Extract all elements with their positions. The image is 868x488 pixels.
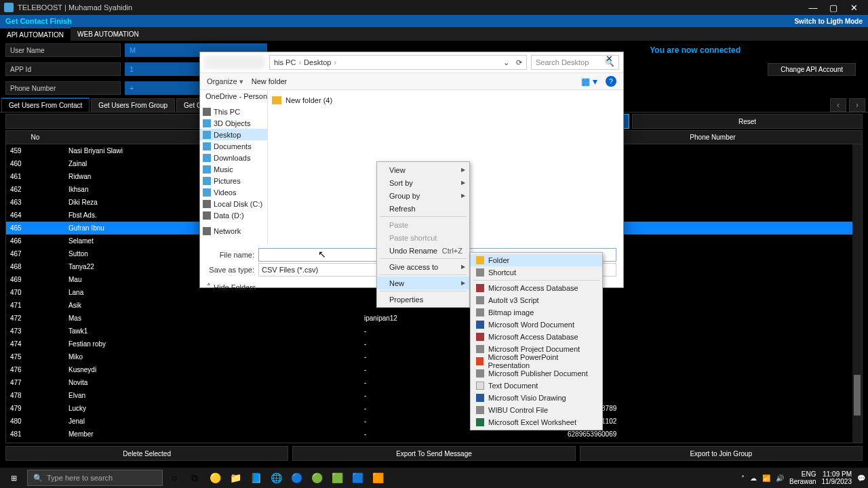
tree-3d[interactable]: 3D Objects xyxy=(214,119,250,127)
tray-date[interactable]: 11/9/2023 xyxy=(822,478,852,485)
crumb-pc[interactable]: his PC xyxy=(274,58,296,66)
table-row[interactable]: 480Jenal-6285786091102 xyxy=(6,415,862,428)
nav-next[interactable]: › xyxy=(849,98,865,112)
new-word[interactable]: Microsoft Word Document xyxy=(471,319,602,331)
tree-videos[interactable]: Videos xyxy=(214,188,236,197)
cortana-icon[interactable]: ○ xyxy=(165,469,183,487)
col-no: No xyxy=(6,134,64,141)
close-button[interactable]: ✕ xyxy=(844,3,864,13)
maximize-button[interactable]: ▢ xyxy=(823,3,844,13)
table-row[interactable]: 476Kusneydi- xyxy=(6,363,862,376)
new-publisher[interactable]: Microsoft Publisher Document xyxy=(471,367,602,380)
app-icon-6[interactable]: 🟦 xyxy=(349,469,366,487)
chrome-icon[interactable]: 🌐 xyxy=(267,469,285,487)
folder-item[interactable]: New folder (4) xyxy=(272,94,619,106)
table-row[interactable]: 479Lucky-6285145638789 xyxy=(6,402,862,415)
table-scrollbar[interactable] xyxy=(852,144,862,443)
new-wibu[interactable]: WIBU Control File xyxy=(471,404,602,416)
tree-datad[interactable]: Data (D:) xyxy=(214,211,244,220)
new-folder[interactable]: Folder xyxy=(471,254,602,266)
explorer-icon[interactable]: 📁 xyxy=(226,469,244,487)
new-excel[interactable]: Microsoft Excel Worksheet xyxy=(471,416,602,428)
delete-selected-button[interactable]: Delete Selected xyxy=(5,446,288,461)
app-icon-3[interactable]: 🔵 xyxy=(288,469,305,487)
tray-onedrive-icon[interactable]: ☁ xyxy=(750,474,757,482)
menu-sort[interactable]: Sort by▶ xyxy=(377,176,469,189)
tree-documents[interactable]: Documents xyxy=(214,142,252,150)
app-icon-5[interactable]: 🟩 xyxy=(328,469,346,487)
table-row[interactable]: 481Member-6289653960069 xyxy=(6,428,862,441)
view-options-icon[interactable]: ▦ ▾ xyxy=(581,76,597,87)
tree-desktop[interactable]: Desktop xyxy=(214,131,241,139)
nav-api[interactable]: API AUTOMATION xyxy=(0,27,71,41)
notifications-icon[interactable]: 💬 xyxy=(857,474,865,482)
tray-kbd[interactable]: Berawan xyxy=(789,478,816,485)
menu-properties[interactable]: Properties xyxy=(377,293,469,306)
new-access[interactable]: Microsoft Access Database xyxy=(471,282,602,294)
nav-web[interactable]: WEB AUTOMATION xyxy=(71,27,146,41)
hide-folders-label: Hide Folders xyxy=(214,283,256,291)
tray-lang[interactable]: ENG xyxy=(789,470,816,478)
menu-give-access[interactable]: Give access to▶ xyxy=(377,260,469,273)
tree-pictures[interactable]: Pictures xyxy=(214,177,241,185)
tree-localc[interactable]: Local Disk (C:) xyxy=(214,200,262,208)
table-row[interactable]: 478Elvan- xyxy=(6,389,862,402)
minimize-button[interactable]: — xyxy=(803,3,823,13)
app-icon-1[interactable]: 🟡 xyxy=(206,469,224,487)
menu-refresh[interactable]: Refresh xyxy=(377,202,469,215)
tree-onedrive[interactable]: OneDrive - Person xyxy=(205,92,267,100)
tab-group[interactable]: Get Users From Group xyxy=(91,98,175,112)
table-row[interactable]: 474Festian roby- xyxy=(6,338,862,350)
crumb-dropdown-icon[interactable]: ⌄ xyxy=(503,58,509,67)
username-label: User Name xyxy=(5,43,121,57)
theme-switch[interactable]: Switch to Ligth Mode xyxy=(794,18,863,25)
folder-tree[interactable]: OneDrive - Person This PC 3D Objects Des… xyxy=(200,90,268,245)
breadcrumb[interactable]: his PC › Desktop › ⌄ ⟳ xyxy=(269,55,527,70)
new-text[interactable]: Text Document xyxy=(471,380,602,392)
tray-chevron-icon[interactable]: ˄ xyxy=(741,474,745,482)
new-visio[interactable]: Microsoft Visio Drawing xyxy=(471,392,602,404)
tree-music[interactable]: Music xyxy=(214,165,233,174)
change-api-button[interactable]: Change API Account xyxy=(768,63,856,76)
new-access2[interactable]: Microsoft Access Database xyxy=(471,331,602,343)
cell-no: 475 xyxy=(6,353,64,361)
organize-menu[interactable]: Organize xyxy=(207,77,243,86)
menu-new[interactable]: New▶ xyxy=(377,277,469,289)
new-shortcut[interactable]: Shortcut xyxy=(471,266,602,279)
reset-button[interactable]: Reset xyxy=(632,114,863,129)
menu-group[interactable]: Group by▶ xyxy=(377,189,469,202)
nav-prev[interactable]: ‹ xyxy=(830,98,846,112)
scrollbar-thumb[interactable] xyxy=(854,375,861,415)
refresh-icon[interactable]: ⟳ xyxy=(516,58,522,67)
menu-view[interactable]: View▶ xyxy=(377,163,469,176)
crumb-desktop[interactable]: Desktop xyxy=(304,58,331,66)
tab-contact[interactable]: Get Users From Contact xyxy=(1,98,90,112)
cell-no: 461 xyxy=(6,173,64,180)
export-join-button[interactable]: Export to Join Group xyxy=(580,446,863,461)
tray-volume-icon[interactable]: 🔊 xyxy=(776,474,784,482)
dialog-close-button[interactable]: ✕ xyxy=(597,54,620,68)
tree-downloads[interactable]: Downloads xyxy=(214,154,250,162)
tree-network[interactable]: Network xyxy=(214,227,241,235)
app-icon-7[interactable]: 🟧 xyxy=(369,469,387,487)
new-powerpoint[interactable]: Microsoft PowerPoint Presentation xyxy=(471,355,602,367)
taskbar-search[interactable]: 🔍 Type here to search xyxy=(27,470,163,486)
tray-wifi-icon[interactable]: 📶 xyxy=(762,474,770,482)
app-icon-2[interactable]: 📘 xyxy=(247,469,264,487)
app-icon-4[interactable]: 🟢 xyxy=(308,469,326,487)
new-autoit[interactable]: AutoIt v3 Script xyxy=(471,294,602,306)
menu-undo[interactable]: Undo RenameCtrl+Z xyxy=(377,244,469,257)
export-send-button[interactable]: Export To Send Message xyxy=(292,446,575,461)
help-icon[interactable]: ? xyxy=(606,76,616,87)
start-menu-button[interactable]: ⊞ xyxy=(3,469,24,487)
table-row[interactable]: 473Tawk1- xyxy=(6,325,862,338)
tree-thispc[interactable]: This PC xyxy=(214,108,240,116)
new-folder-button[interactable]: New folder xyxy=(252,77,288,85)
saveas-value: CSV Files (*.csv) xyxy=(262,266,318,274)
taskview-icon[interactable]: ⧉ xyxy=(186,469,203,487)
tray-time[interactable]: 11:09 PM xyxy=(822,470,852,478)
new-bitmap[interactable]: Bitmap image xyxy=(471,306,602,319)
table-row[interactable]: 475Miko- xyxy=(6,350,862,363)
table-row[interactable]: 472Masipanipan12 xyxy=(6,312,862,325)
table-row[interactable]: 477Novita- xyxy=(6,376,862,389)
